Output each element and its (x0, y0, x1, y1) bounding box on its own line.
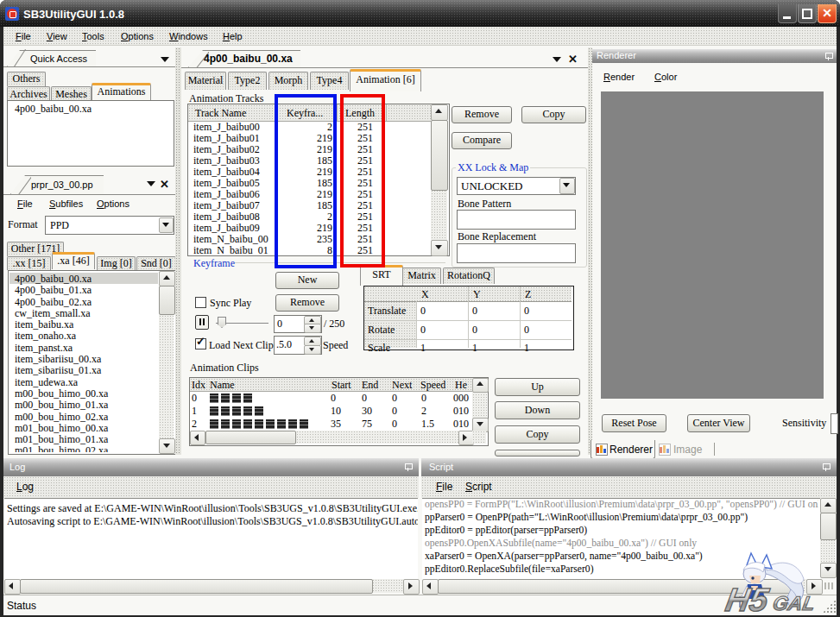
svg-text:GAL: GAL (771, 592, 817, 614)
svg-text:H5: H5 (723, 581, 772, 617)
